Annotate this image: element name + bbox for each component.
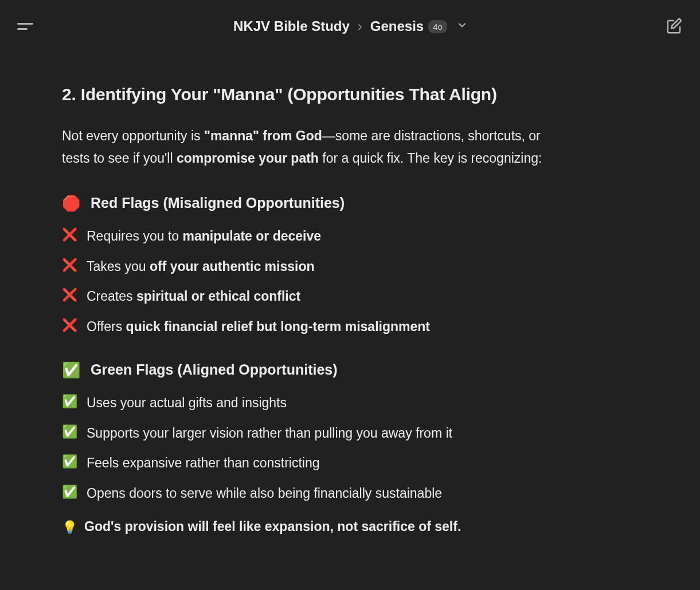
list-item: ❌ Creates spiritual or ethical conflict — [62, 286, 569, 306]
green-flags-list: ✅ Uses your actual gifts and insights ✅ … — [62, 393, 569, 503]
stop-sign-icon: 🛑 — [62, 196, 80, 211]
breadcrumb[interactable]: NKJV Bible Study › Genesis 4o — [233, 18, 468, 34]
callout: 💡 God's provision will feel like expansi… — [62, 519, 569, 537]
list-item: ❌ Takes you off your authentic mission — [62, 257, 569, 277]
cross-mark-icon: ❌ — [62, 226, 77, 244]
green-flags-heading: ✅ Green Flags (Aligned Opportunities) — [62, 361, 569, 378]
cross-mark-icon: ❌ — [62, 257, 77, 274]
check-mark-icon: ✅ — [62, 483, 77, 501]
red-flags-list: ❌ Requires you to manipulate or deceive … — [62, 226, 569, 336]
check-mark-icon: ✅ — [62, 363, 80, 377]
compose-icon[interactable] — [666, 18, 683, 35]
header: NKJV Bible Study › Genesis 4o — [0, 0, 700, 53]
breadcrumb-separator: › — [358, 18, 362, 34]
cross-mark-icon: ❌ — [62, 286, 77, 304]
check-mark-icon: ✅ — [62, 423, 77, 441]
model-badge[interactable]: 4o — [428, 20, 447, 33]
list-item: ✅ Uses your actual gifts and insights — [62, 393, 569, 413]
content: 2. Identifying Your "Manna" (Opportuniti… — [0, 53, 631, 548]
red-flags-title: Red Flags (Misaligned Opportunities) — [91, 195, 345, 211]
list-item: ❌ Offers quick financial relief but long… — [62, 317, 569, 337]
red-flags-heading: 🛑 Red Flags (Misaligned Opportunities) — [62, 195, 569, 211]
breadcrumb-child[interactable]: Genesis — [370, 18, 424, 34]
lightbulb-icon: 💡 — [62, 519, 77, 537]
green-flags-title: Green Flags (Aligned Opportunities) — [91, 361, 338, 378]
list-item: ✅ Supports your larger vision rather tha… — [62, 423, 569, 443]
breadcrumb-parent[interactable]: NKJV Bible Study — [233, 18, 350, 34]
intro-paragraph: Not every opportunity is "manna" from Go… — [62, 125, 569, 170]
section-heading: 2. Identifying Your "Manna" (Opportuniti… — [62, 85, 569, 104]
callout-text: God's provision will feel like expansion… — [84, 519, 461, 534]
cross-mark-icon: ❌ — [62, 317, 77, 335]
check-mark-icon: ✅ — [62, 453, 77, 471]
menu-icon[interactable] — [17, 17, 36, 36]
list-item: ✅ Feels expansive rather than constricti… — [62, 453, 569, 473]
check-mark-icon: ✅ — [62, 393, 77, 411]
chevron-down-icon[interactable] — [456, 18, 468, 34]
list-item: ✅ Opens doors to serve while also being … — [62, 483, 569, 504]
list-item: ❌ Requires you to manipulate or deceive — [62, 226, 569, 246]
